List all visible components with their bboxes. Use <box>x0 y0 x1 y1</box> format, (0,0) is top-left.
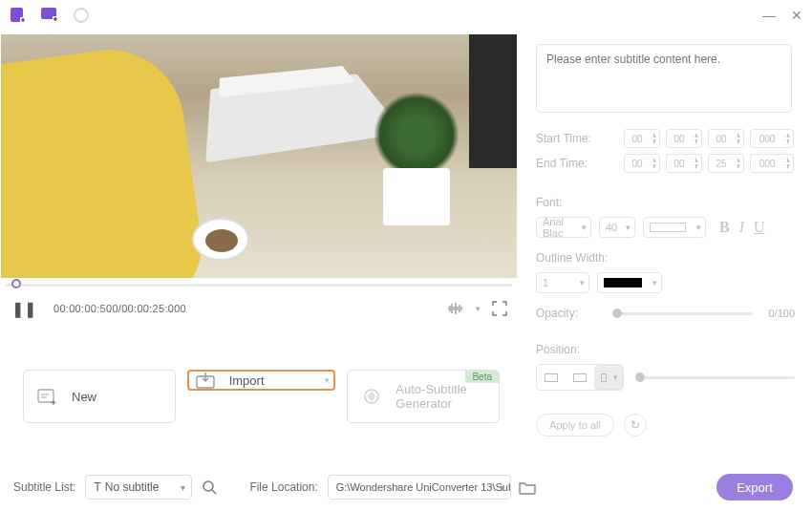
outline-width-label: Outline Width: <box>536 251 795 265</box>
apply-to-all-button[interactable]: Apply to all <box>536 414 614 436</box>
underline-button[interactable]: U <box>754 219 765 236</box>
end-sec-stepper[interactable] <box>708 154 744 173</box>
end-hour-stepper[interactable] <box>624 154 660 173</box>
waveform-chevron-icon[interactable]: ▾ <box>476 304 481 313</box>
position-center-button[interactable] <box>566 365 594 390</box>
outline-width-select[interactable]: 1 <box>536 272 589 293</box>
close-button[interactable]: ✕ <box>791 8 802 23</box>
import-subtitle-card[interactable]: Import <box>187 370 336 391</box>
export-button[interactable]: Export <box>716 474 793 500</box>
font-size-select[interactable]: 40 <box>599 217 635 238</box>
end-time-label: End Time: <box>536 157 624 170</box>
position-left-button[interactable] <box>537 365 566 390</box>
title-bar: — ✕ <box>0 0 812 31</box>
font-family-select[interactable]: Arial Blac <box>536 217 591 238</box>
import-icon <box>195 371 216 390</box>
new-label: New <box>72 390 96 404</box>
bold-button[interactable]: B <box>719 219 730 236</box>
search-subtitle-icon[interactable] <box>202 479 221 495</box>
add-file-icon[interactable] <box>10 7 27 24</box>
start-ms-stepper[interactable] <box>750 129 794 148</box>
end-min-stepper[interactable] <box>666 154 702 173</box>
subtitle-source-options: New Import Beta Auto-Subtitle Generator <box>0 326 519 423</box>
reset-button[interactable]: ↻ <box>624 414 647 436</box>
subtitle-content-input[interactable] <box>536 44 792 113</box>
svg-rect-5 <box>38 390 53 402</box>
opacity-value: 0/100 <box>760 308 795 319</box>
waveform-icon[interactable] <box>447 302 464 315</box>
main-area: ❚❚ 00:00:00:500/00:00:25:000 ▾ New <box>0 31 812 464</box>
new-icon <box>37 387 58 406</box>
auto-subtitle-card[interactable]: Beta Auto-Subtitle Generator <box>347 370 500 423</box>
italic-button[interactable]: I <box>739 219 744 236</box>
start-sec-stepper[interactable] <box>708 129 744 148</box>
beta-badge: Beta <box>465 371 499 383</box>
new-subtitle-card[interactable]: New <box>23 370 176 423</box>
end-ms-stepper[interactable] <box>750 154 794 173</box>
start-hour-stepper[interactable] <box>624 129 660 148</box>
outline-color-select[interactable] <box>597 272 662 293</box>
position-button-group <box>536 364 624 391</box>
video-preview[interactable] <box>1 34 517 278</box>
minimize-button[interactable]: — <box>762 8 776 23</box>
footer-bar: Subtitle List: TNo subtitle File Locatio… <box>0 464 812 510</box>
right-panel: Start Time: End Time: Font: Arial Blac 4… <box>519 31 812 464</box>
svg-point-4 <box>75 9 88 22</box>
window-controls: — ✕ <box>762 8 802 23</box>
position-label: Position: <box>536 343 795 356</box>
auto-icon <box>361 387 382 406</box>
subtitle-list-select[interactable]: TNo subtitle <box>85 475 192 500</box>
opacity-slider[interactable] <box>612 312 753 315</box>
position-slider[interactable] <box>635 376 795 379</box>
subtitle-list-label: Subtitle List: <box>13 480 75 494</box>
start-time-label: Start Time: <box>536 132 624 145</box>
timecode: 00:00:00:500/00:00:25:000 <box>53 303 186 314</box>
position-right-button[interactable] <box>594 365 623 390</box>
fullscreen-icon[interactable] <box>492 301 507 316</box>
add-screen-icon[interactable] <box>40 7 59 24</box>
refresh-circle-icon[interactable] <box>73 7 90 24</box>
svg-point-8 <box>203 481 213 491</box>
font-color-select[interactable] <box>643 217 706 238</box>
seek-bar[interactable] <box>6 278 512 291</box>
player-controls: ❚❚ 00:00:00:500/00:00:25:000 ▾ <box>0 291 519 326</box>
auto-label: Auto-Subtitle Generator <box>395 382 485 411</box>
left-panel: ❚❚ 00:00:00:500/00:00:25:000 ▾ New <box>0 31 519 464</box>
pause-button[interactable]: ❚❚ <box>11 300 36 318</box>
file-location-label: File Location: <box>249 480 317 494</box>
title-icon-group <box>10 7 90 24</box>
file-location-select[interactable]: G:\Wondershare UniConverter 13\SubEd <box>328 475 511 500</box>
font-label: Font: <box>536 196 795 209</box>
opacity-label: Opacity: <box>536 307 605 320</box>
open-folder-icon[interactable] <box>519 480 536 495</box>
start-min-stepper[interactable] <box>666 129 702 148</box>
import-label: Import <box>229 373 265 388</box>
